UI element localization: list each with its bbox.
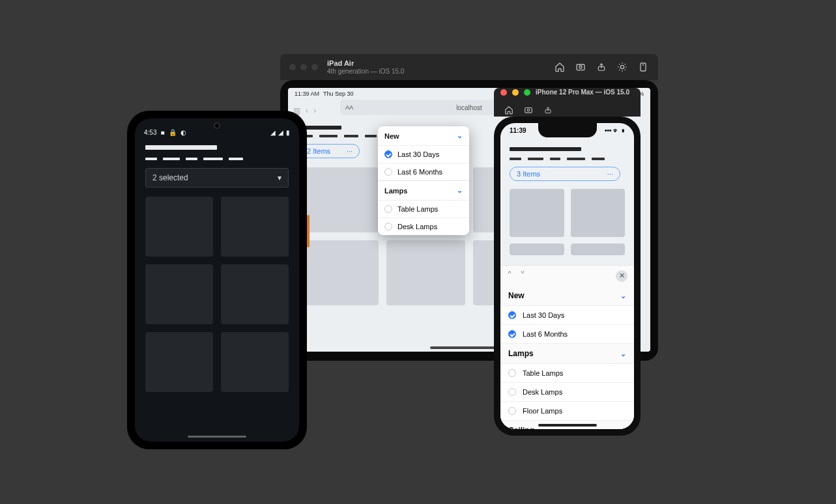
back-icon[interactable]: ‹ xyxy=(306,106,308,115)
radio-off-icon xyxy=(508,407,516,415)
android-device-frame: 4:53 ■ 🔒 ◐ ◢ ◢ ▮ 2 xyxy=(127,111,307,449)
android-status-bar: 4:53 ■ 🔒 ◐ ◢ ◢ ▮ xyxy=(135,119,299,140)
sheet-group-label: Ceiling xyxy=(508,426,534,429)
menu-item-last-6-months[interactable]: Last 6 Months xyxy=(378,163,469,180)
zoom-icon[interactable] xyxy=(524,89,530,96)
signal-icon: ◢ xyxy=(278,129,283,136)
sheet-group-label: Lamps xyxy=(508,349,534,358)
status-time: 4:53 xyxy=(144,129,156,136)
rotate-icon[interactable] xyxy=(637,61,649,73)
sheet-item-label: Last 30 Days xyxy=(523,311,564,319)
radio-on-icon xyxy=(508,330,516,338)
radio-off-icon xyxy=(384,168,392,176)
sheet-item-floor-lamps[interactable]: Floor Lamps xyxy=(500,401,634,420)
radio-on-icon xyxy=(508,311,516,319)
menu-item-table-lamps[interactable]: Table Lamps xyxy=(378,200,469,217)
share-icon[interactable] xyxy=(596,61,607,73)
close-icon[interactable]: ✕ xyxy=(616,270,627,282)
iphone-device-frame: 11:39 ••• ᯤ ▮ 3 Items ··· xyxy=(494,117,641,436)
product-tile[interactable] xyxy=(571,244,626,255)
tag-row xyxy=(145,158,289,160)
product-tile[interactable] xyxy=(571,189,626,237)
sheet-group-new[interactable]: New ⌄ xyxy=(500,286,634,305)
svg-point-1 xyxy=(579,66,582,68)
filter-chip[interactable]: 2 Items ··· xyxy=(300,144,360,158)
sheet-item-label: Desk Lamps xyxy=(523,388,562,396)
text-size-button[interactable]: AA xyxy=(345,104,353,111)
chevron-down-icon[interactable]: ˅ xyxy=(520,270,525,282)
ipad-window-titlebar[interactable]: iPad Air 4th generation — iOS 15.0 xyxy=(280,54,658,80)
close-icon[interactable] xyxy=(289,64,296,70)
product-tile[interactable] xyxy=(145,197,213,257)
product-tile[interactable] xyxy=(221,264,289,324)
screenshot-icon[interactable] xyxy=(523,104,534,116)
chevron-down-icon: ▾ xyxy=(278,173,281,182)
chevron-down-icon: ⌄ xyxy=(620,350,626,358)
zoom-icon[interactable] xyxy=(311,64,318,70)
sheet-item-label: Floor Lamps xyxy=(523,407,562,415)
filter-select[interactable]: 2 selected ▾ xyxy=(145,168,289,188)
minimize-icon[interactable] xyxy=(512,89,519,96)
menu-item-desk-lamps[interactable]: Desk Lamps xyxy=(378,217,469,235)
home-icon[interactable] xyxy=(554,61,566,73)
status-indicators: ••• ᯤ ▮ xyxy=(605,127,625,134)
filter-chip-label: 3 Items xyxy=(517,170,540,178)
status-date: Thu Sep 30 xyxy=(323,91,354,97)
product-tile[interactable] xyxy=(145,332,213,392)
window-subtitle: 4th generation — iOS 15.0 xyxy=(327,68,404,75)
traffic-lights[interactable] xyxy=(289,64,318,70)
close-icon[interactable] xyxy=(500,89,507,96)
status-time: 11:39 xyxy=(510,127,526,134)
sheet-item-last-6-months[interactable]: Last 6 Months xyxy=(500,324,634,343)
menu-group-lamps[interactable]: Lamps ⌄ xyxy=(378,180,469,200)
svg-rect-4 xyxy=(641,63,646,71)
menu-group-label: New xyxy=(384,132,399,140)
filter-chip[interactable]: 3 Items ··· xyxy=(510,167,620,181)
power-button[interactable] xyxy=(307,215,310,247)
radio-off-icon xyxy=(508,369,516,377)
more-icon[interactable]: ··· xyxy=(347,147,353,155)
product-tile[interactable] xyxy=(510,244,564,255)
chevron-down-icon: ⌄ xyxy=(457,186,463,195)
menu-item-last-30-days[interactable]: Last 30 Days xyxy=(378,145,469,163)
product-tile[interactable] xyxy=(510,189,564,237)
iphone-window-titlebar[interactable]: iPhone 12 Pro Max — iOS 15.0 xyxy=(494,88,641,117)
minimize-icon[interactable] xyxy=(300,64,307,70)
sheet-item-table-lamps[interactable]: Table Lamps xyxy=(500,363,634,382)
sheet-group-lamps[interactable]: Lamps ⌄ xyxy=(500,343,634,363)
home-icon[interactable] xyxy=(503,104,515,116)
chevron-up-icon[interactable]: ˄ xyxy=(507,270,512,282)
ipad-filter-menu[interactable]: New ⌄ Last 30 Days Last 6 Months Lamps ⌄… xyxy=(378,126,469,235)
android-screen: 4:53 ■ 🔒 ◐ ◢ ◢ ▮ 2 xyxy=(135,119,299,441)
sheet-item-label: Last 6 Months xyxy=(523,330,568,338)
sheet-item-desk-lamps[interactable]: Desk Lamps xyxy=(500,382,634,401)
product-tile[interactable] xyxy=(300,240,379,305)
more-icon[interactable]: ··· xyxy=(607,170,613,178)
filter-chip-label: 2 Items xyxy=(307,147,330,155)
menu-group-new[interactable]: New ⌄ xyxy=(378,126,469,145)
brightness-icon[interactable] xyxy=(616,61,628,73)
screenshot-icon[interactable] xyxy=(575,61,586,73)
product-tile[interactable] xyxy=(386,240,465,305)
sheet-item-label: Table Lamps xyxy=(523,369,563,377)
share-icon[interactable] xyxy=(542,104,554,116)
product-tile[interactable] xyxy=(145,264,213,324)
page-title xyxy=(510,147,625,151)
menu-group-label: Lamps xyxy=(384,187,407,195)
radio-on-icon xyxy=(384,150,392,158)
product-tile[interactable] xyxy=(221,197,289,257)
gesture-bar[interactable] xyxy=(188,436,246,438)
wifi-icon: ◢ xyxy=(270,129,276,136)
sheet-item-last-30-days[interactable]: Last 30 Days xyxy=(500,305,634,324)
chevron-down-icon: ⌄ xyxy=(620,292,626,300)
radio-off-icon xyxy=(508,388,516,396)
product-tile[interactable] xyxy=(221,332,289,392)
svg-rect-0 xyxy=(577,64,584,70)
forward-icon[interactable]: › xyxy=(313,106,316,115)
svg-point-3 xyxy=(620,65,624,68)
product-tile[interactable] xyxy=(300,167,379,232)
filter-sheet[interactable]: ˄ ˅ ✕ New ⌄ Last 30 Days Last 6 Months xyxy=(500,265,634,429)
front-camera xyxy=(214,122,220,129)
home-indicator[interactable] xyxy=(538,424,597,427)
chevron-down-icon: ⌄ xyxy=(457,132,463,140)
